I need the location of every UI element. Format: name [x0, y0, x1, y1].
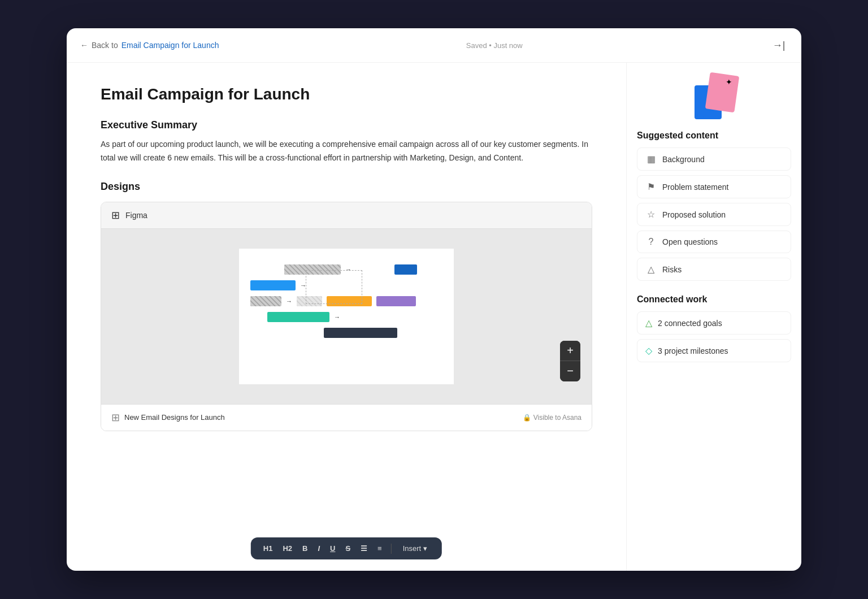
- figma-header: ⊞ Figma: [101, 202, 592, 229]
- italic-button[interactable]: I: [314, 542, 323, 555]
- bar-blue-1: [250, 280, 296, 290]
- warning-icon: △: [645, 264, 657, 275]
- suggestion-questions[interactable]: ? Open questions: [637, 231, 791, 253]
- illus-doc-pink: [705, 72, 739, 113]
- designs-heading: Designs: [101, 181, 592, 193]
- bar-striped-2: [250, 296, 281, 306]
- figma-label: Figma: [125, 211, 147, 220]
- h2-button[interactable]: H2: [279, 542, 296, 555]
- bullet-list-button[interactable]: ☰: [357, 542, 371, 555]
- suggestion-background[interactable]: ▦ Background: [637, 147, 791, 171]
- back-arrow-icon: ←: [80, 41, 88, 50]
- bar-teal-1: [267, 312, 329, 322]
- connected-goals[interactable]: △ 2 connected goals: [637, 311, 791, 335]
- figma-embed: ⊞ Figma →: [101, 202, 592, 431]
- suggestion-background-label: Background: [662, 155, 705, 164]
- connected-goals-label: 2 connected goals: [658, 319, 722, 328]
- zoom-in-button[interactable]: +: [560, 341, 580, 361]
- bold-button[interactable]: B: [299, 542, 311, 555]
- suggestion-problem-label: Problem statement: [662, 183, 729, 192]
- back-link[interactable]: ← Back to Email Campaign for Launch: [80, 41, 219, 50]
- suggestion-proposed-label: Proposed solution: [662, 210, 726, 219]
- exec-summary-body: As part of our upcoming product launch, …: [101, 138, 592, 165]
- toolbar-divider: [391, 544, 392, 554]
- insert-label: Insert: [403, 544, 422, 553]
- visibility-label: 🔒 Visible to Asana: [523, 414, 581, 422]
- back-link-text[interactable]: Email Campaign for Launch: [121, 41, 219, 50]
- figma-canvas: → → →: [239, 249, 454, 384]
- main-content: Email Campaign for Launch Executive Summ…: [67, 63, 801, 571]
- suggested-content-section: Suggested content ▦ Background ⚑ Problem…: [637, 131, 791, 281]
- bar-row-4: →: [250, 312, 442, 322]
- suggestion-risks-label: Risks: [662, 265, 682, 274]
- suggestion-proposed[interactable]: ☆ Proposed solution: [637, 203, 791, 226]
- figma-footer: ⊞ New Email Designs for Launch 🔒 Visible…: [101, 404, 592, 431]
- illus-sparkle: ✦: [726, 77, 732, 86]
- connected-work-title: Connected work: [637, 294, 791, 305]
- bar-purple-1: [376, 296, 416, 306]
- suggested-content-title: Suggested content: [637, 131, 791, 141]
- insert-chevron-icon: ▾: [423, 544, 427, 553]
- milestone-icon: ◇: [645, 345, 652, 356]
- suggestion-risks[interactable]: △ Risks: [637, 258, 791, 281]
- insert-button[interactable]: Insert ▾: [397, 542, 433, 555]
- visibility-text: Visible to Asana: [533, 414, 581, 422]
- editor-toolbar: H1 H2 B I U S ☰ ≡ Insert ▾: [251, 537, 442, 559]
- connected-milestones[interactable]: ◇ 3 project milestones: [637, 339, 791, 362]
- archive-icon: ▦: [645, 154, 657, 164]
- figma-file-icon: ⊞: [111, 411, 120, 424]
- figma-file-label: New Email Designs for Launch: [124, 413, 225, 422]
- top-bar: ← Back to Email Campaign for Launch Save…: [67, 28, 801, 63]
- arrow-4: →: [334, 314, 340, 320]
- question-icon: ?: [645, 237, 657, 247]
- connected-milestones-label: 3 project milestones: [658, 346, 728, 355]
- figma-logo-icon: ⊞: [111, 209, 120, 222]
- flag-icon: ⚑: [645, 181, 657, 192]
- figma-canvas-area: → → →: [101, 229, 592, 404]
- editor-area[interactable]: Email Campaign for Launch Executive Summ…: [67, 63, 626, 571]
- star-icon: ☆: [645, 209, 657, 220]
- lock-icon: 🔒: [523, 414, 531, 422]
- h1-button[interactable]: H1: [260, 542, 276, 555]
- save-status: Saved • Just now: [466, 41, 523, 50]
- figma-file-name: ⊞ New Email Designs for Launch: [111, 411, 225, 424]
- right-sidebar: ✦ Suggested content ▦ Background ⚑ Probl…: [626, 63, 801, 571]
- zoom-controls: + −: [560, 341, 580, 381]
- suggestion-problem[interactable]: ⚑ Problem statement: [637, 175, 791, 198]
- exec-summary-heading: Executive Summary: [101, 119, 592, 131]
- bar-dark-1: [324, 328, 397, 338]
- illus-dot-blue: [697, 111, 704, 118]
- underline-button[interactable]: U: [327, 542, 338, 555]
- zoom-out-button[interactable]: −: [560, 361, 580, 381]
- numbered-list-button[interactable]: ≡: [374, 542, 385, 555]
- sidebar-illustration: ✦: [637, 74, 791, 121]
- collapse-button[interactable]: →|: [770, 36, 788, 54]
- document-title: Email Campaign for Launch: [101, 85, 592, 103]
- bar-blue-dark-1: [394, 264, 417, 275]
- strikethrough-button[interactable]: S: [342, 542, 354, 555]
- bar-row-5: [250, 328, 442, 338]
- suggestion-questions-label: Open questions: [662, 237, 718, 246]
- app-window: ← Back to Email Campaign for Launch Save…: [67, 28, 801, 571]
- selection-box: [306, 270, 362, 304]
- connected-work-section: Connected work △ 2 connected goals ◇ 3 p…: [637, 294, 791, 362]
- back-label: Back to: [92, 41, 118, 50]
- arrow-3: →: [286, 298, 292, 305]
- goal-icon: △: [645, 318, 652, 328]
